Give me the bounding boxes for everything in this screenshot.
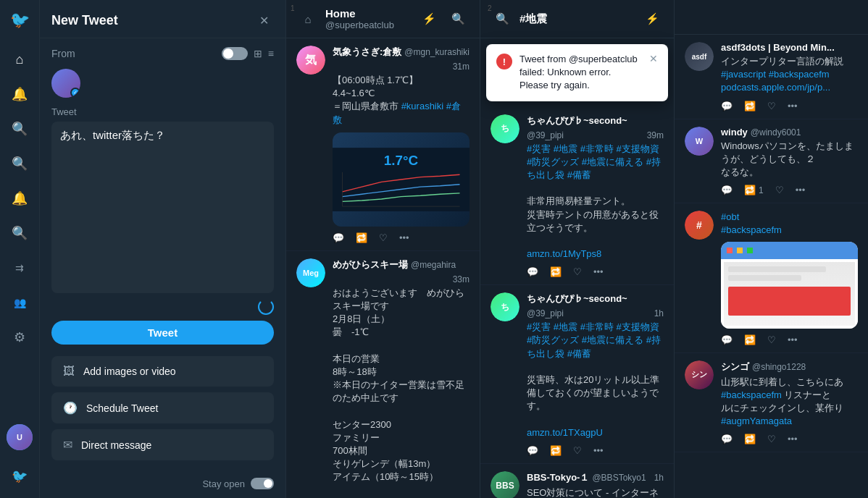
tweet-item[interactable]: ち ちゃんぴぴ♭~second~ @39_pipi 1h #災害 #地震 #非常… — [480, 285, 674, 464]
tweet-item[interactable]: BBS BBS-Tokyo-１ @BBSTokyo1 1h SEO対策について … — [480, 464, 674, 498]
more-action[interactable]: ••• — [796, 185, 806, 195]
col2-header-left: 🔍 #地震 — [491, 7, 547, 30]
tweet-header: ちゃんぴぴ♭~second~ @39_pipi 39m — [527, 114, 664, 140]
col1-search-icon[interactable]: 🔍 — [446, 7, 470, 30]
avatar-circle: シン — [685, 360, 714, 389]
tweet-name: ちゃんぴぴ♭~second~ — [527, 292, 627, 305]
like-action[interactable]: ♡ — [573, 445, 582, 456]
sidebar-item-bell2[interactable]: 🔔 — [5, 184, 34, 213]
tweet-screenshot-image — [721, 242, 858, 329]
svg-text:1.7°C: 1.7°C — [384, 153, 419, 168]
like-icon: ♡ — [573, 266, 582, 277]
col1-filter-icon[interactable]: ⚡ — [417, 7, 441, 30]
tweet-content: ちゃんぴぴ♭~second~ @39_pipi 39m #災害 #地震 #非常時… — [527, 114, 664, 278]
sidebar-item-settings[interactable]: ⚙ — [5, 323, 34, 352]
sidebar-item-search2[interactable]: 🔍 — [5, 149, 34, 178]
grid-icon[interactable]: ⊞ — [254, 48, 262, 59]
reply-action[interactable]: 💬 — [527, 445, 538, 456]
like-action[interactable]: ♡ — [379, 232, 388, 243]
retweet-action[interactable]: 🔁 — [744, 334, 756, 345]
col1-content: 気 気象うさぎ:倉敷 @mgn_kurashiki 31m 【06:00時点 1… — [286, 38, 480, 498]
sidebar-item-home[interactable]: ⌂ — [5, 45, 34, 74]
tweet-actions: 💬 🔁 ♡ ••• — [721, 334, 858, 345]
tweet-item[interactable]: Meg めがひらスキー場 @megahira 33m おはようございます めがひ… — [286, 251, 480, 498]
tweet-item[interactable]: W windy @windy6001 Windowsパソコンを、たましまうが、ど… — [675, 119, 868, 204]
tweet-item[interactable]: 気 気象うさぎ:倉敷 @mgn_kurashiki 31m 【06:00時点 1… — [286, 38, 480, 251]
reply-action[interactable]: 💬 — [333, 232, 344, 243]
schedule-tweet-button[interactable]: 🕐 Schedule Tweet — [51, 392, 274, 423]
like-action[interactable]: ♡ — [767, 434, 776, 444]
tweet-input[interactable]: あれ、twitter落ちた？ — [51, 122, 274, 293]
retweet-action[interactable]: 🔁 — [744, 101, 756, 111]
like-action[interactable]: ♡ — [767, 101, 776, 111]
add-media-button[interactable]: 🖼 Add images or video — [51, 356, 274, 387]
avatar-circle: 気 — [296, 46, 325, 75]
retweet-action[interactable]: 🔁 — [744, 434, 756, 444]
sidebar-item-group[interactable]: 👥 — [5, 288, 34, 317]
tweet-header: 気象うさぎ:倉敷 @mgn_kurashiki 31m — [333, 46, 470, 72]
retweet-icon: 🔁 — [744, 434, 756, 444]
tweet-text: 山形駅に到着し、こちらにあ#backspacefm リスナーとルにチェックインし… — [721, 376, 858, 429]
sidebar-item-bell[interactable]: 🔔 — [5, 80, 34, 109]
tweet-name: windy — [721, 127, 748, 138]
close-button[interactable]: ✕ — [254, 10, 274, 30]
col1-subtitle: @superbeatclub — [325, 20, 394, 30]
tweet-input-footer — [51, 299, 274, 315]
more-action[interactable]: ••• — [593, 266, 604, 277]
sidebar-item-expand[interactable]: ⇉ — [5, 253, 34, 282]
loading-spinner — [258, 299, 274, 315]
tweet-name: ちゃんぴぴ♭~second~ — [527, 114, 627, 127]
user-avatar-row — [51, 69, 274, 98]
like-action[interactable]: ♡ — [775, 185, 784, 195]
sidebar-item-search3[interactable]: 🔍 — [5, 219, 34, 248]
sidebar-item-twitter[interactable]: 🐦 — [5, 462, 34, 491]
like-action[interactable]: ♡ — [573, 266, 582, 277]
tweet-name: シンゴ — [721, 360, 749, 374]
reply-action[interactable]: 💬 — [721, 334, 733, 345]
stay-open-toggle[interactable] — [251, 478, 274, 489]
tweet-handle: @BBSTokyo1 — [592, 473, 646, 483]
add-media-icon: 🖼 — [63, 365, 75, 378]
list-icon[interactable]: ≡ — [268, 48, 274, 59]
tweet-avatar: Meg — [296, 258, 325, 287]
more-icon: ••• — [788, 434, 798, 444]
more-action[interactable]: ••• — [788, 434, 798, 444]
retweet-action[interactable]: 🔁 — [550, 445, 562, 456]
more-action[interactable]: ••• — [593, 445, 604, 456]
tweet-item[interactable]: # #obt#backspacefm — [675, 203, 868, 353]
reply-action[interactable]: 💬 — [721, 185, 733, 195]
from-toggle[interactable] — [222, 47, 248, 60]
panel-body: From ⊞ ≡ Tweet あれ、twitter落ちた？ Tweet 🖼 Ad… — [40, 38, 285, 469]
col2-filter-icon[interactable]: ⚡ — [640, 7, 664, 30]
retweet-action[interactable]: 🔁 — [550, 266, 562, 277]
tweet-time: 1h — [654, 308, 664, 318]
reply-icon: 💬 — [721, 101, 733, 111]
retweet-action[interactable]: 🔁 — [356, 232, 367, 243]
tweet-item[interactable]: ち ちゃんぴぴ♭~second~ @39_pipi 39m #災害 #地震 #非… — [480, 107, 674, 286]
tweet-item[interactable]: asdf asdf3dots | Beyond Min... インタープリター言… — [675, 35, 868, 119]
col1-home-icon[interactable]: ⌂ — [296, 7, 320, 30]
like-icon: ♡ — [767, 334, 776, 345]
more-action[interactable]: ••• — [399, 232, 409, 243]
avatar-circle: ち — [491, 292, 519, 321]
tweet-item[interactable]: シン シンゴ @shingo1228 山形駅に到着し、こちらにあ#backspa… — [675, 353, 868, 453]
direct-message-button[interactable]: ✉ Direct message — [51, 429, 274, 460]
tweet-avatar: BBS — [491, 471, 519, 498]
more-action[interactable]: ••• — [788, 334, 798, 345]
sidebar-avatar[interactable]: U — [7, 424, 33, 450]
reply-action[interactable]: 💬 — [721, 101, 733, 111]
more-action[interactable]: ••• — [788, 101, 798, 111]
sidebar-item-search[interactable]: 🔍 — [5, 114, 34, 143]
more-icon: ••• — [788, 334, 798, 345]
retweet-action[interactable]: 🔁 1 — [744, 185, 764, 195]
avatar-circle: # — [685, 211, 714, 240]
tweet-button[interactable]: Tweet — [51, 321, 274, 345]
reply-icon: 💬 — [333, 232, 344, 243]
tweet-text: インタープリター言語の解説#javascript #backspacefmpod… — [721, 55, 858, 95]
like-action[interactable]: ♡ — [767, 334, 776, 345]
tweet-avatar: シン — [685, 360, 714, 389]
reply-action[interactable]: 💬 — [721, 434, 733, 444]
reply-action[interactable]: 💬 — [527, 266, 538, 277]
tweet-content: asdf3dots | Beyond Min... インタープリター言語の解説#… — [721, 42, 858, 111]
error-close-button[interactable]: ✕ — [649, 53, 658, 64]
